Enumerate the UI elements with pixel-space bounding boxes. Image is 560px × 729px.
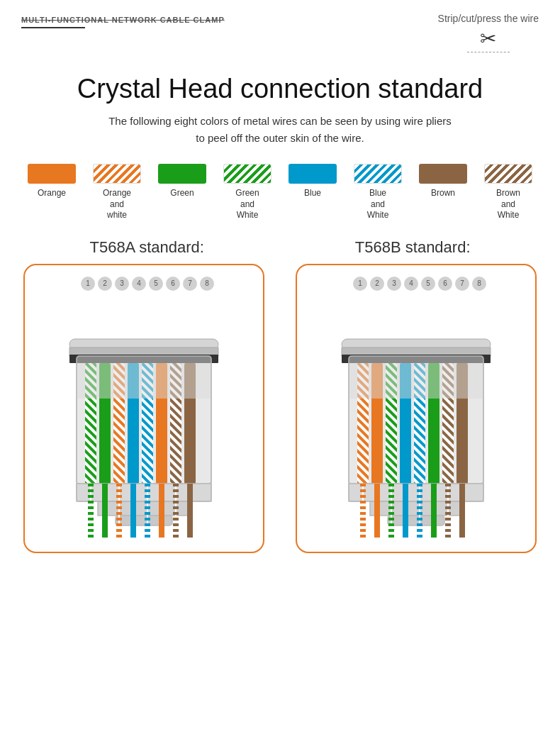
wire-item-green-white: GreenandWhite: [218, 164, 276, 221]
wire-label-brown-white: BrownandWhite: [496, 188, 520, 221]
page-title: Crystal Head connection standard: [21, 74, 539, 104]
wire-item-orange-white: Orangeandwhite: [88, 164, 146, 221]
pin-numbers-t568a: 1 2 3 4 5 6 7 8: [36, 277, 252, 291]
rj45-diagram-t568a: [41, 296, 247, 538]
svg-rect-49: [349, 356, 483, 399]
wire-label-brown: Brown: [431, 188, 455, 199]
wire-label-blue: Blue: [304, 188, 321, 199]
standard-label-t568a: T568A standard:: [89, 238, 203, 257]
wire-item-blue-white: BlueandWhite: [349, 164, 407, 221]
pin-8: 8: [472, 277, 486, 291]
pin-2: 2: [98, 277, 112, 291]
wire-swatch-blue-white: [354, 164, 402, 184]
pin-5: 5: [421, 277, 435, 291]
pin-8: 8: [200, 277, 214, 291]
pin-1: 1: [81, 277, 95, 291]
scissors-icon: ✂: [438, 27, 539, 50]
wire-swatch-orange-white: [93, 164, 141, 184]
scissors-dashed-line: [467, 52, 510, 52]
wire-swatch-green: [158, 164, 206, 184]
wire-label-green-white: GreenandWhite: [235, 188, 259, 221]
svg-rect-12: [77, 356, 211, 399]
wire-swatch-blue: [289, 164, 337, 184]
header: MULTI-FUNCTIONAL NETWORK CABLE CLAMP Str…: [0, 0, 560, 60]
wire-swatch-brown: [419, 164, 467, 184]
connector-t568a: 1 2 3 4 5 6 7 8: [23, 264, 264, 553]
connectors-row: 1 2 3 4 5 6 7 8: [11, 264, 549, 553]
pin-1: 1: [353, 277, 367, 291]
pin-6: 6: [166, 277, 180, 291]
pin-6: 6: [438, 277, 452, 291]
pin-3: 3: [115, 277, 129, 291]
pin-5: 5: [149, 277, 163, 291]
pin-7: 7: [183, 277, 197, 291]
wire-label-orange: Orange: [38, 188, 66, 199]
description: The following eight colors of metal wire…: [43, 113, 517, 147]
wire-legend: Orange Orangeandwhite Green GreenandWhit…: [21, 164, 539, 221]
header-right: Strip/cut/press the wire ✂: [438, 13, 539, 52]
wire-swatch-green-white: [223, 164, 271, 184]
connector-t568b: 1 2 3 4 5 6 7 8: [296, 264, 537, 553]
wire-label-green: Green: [170, 188, 194, 199]
pin-4: 4: [404, 277, 418, 291]
wire-item-blue: Blue: [284, 164, 342, 199]
wire-label-orange-white: Orangeandwhite: [103, 188, 131, 221]
pin-7: 7: [455, 277, 469, 291]
pin-4: 4: [132, 277, 146, 291]
wire-label-blue-white: BlueandWhite: [367, 188, 389, 221]
standards-row: T568A standard: T568B standard:: [14, 238, 546, 257]
wire-swatch-brown-white: [484, 164, 532, 184]
pin-3: 3: [387, 277, 401, 291]
wire-item-green: Green: [153, 164, 211, 199]
wire-item-brown: Brown: [414, 164, 472, 199]
wire-item-brown-white: BrownandWhite: [479, 164, 537, 221]
wire-item-orange: Orange: [23, 164, 81, 199]
pin-2: 2: [370, 277, 384, 291]
header-title: MULTI-FUNCTIONAL NETWORK CABLE CLAMP: [21, 13, 225, 28]
wire-swatch-orange: [28, 164, 76, 184]
pin-numbers-t568b: 1 2 3 4 5 6 7 8: [308, 277, 524, 291]
standard-label-t568b: T568B standard:: [355, 238, 471, 257]
rj45-diagram-t568b: [313, 296, 519, 538]
